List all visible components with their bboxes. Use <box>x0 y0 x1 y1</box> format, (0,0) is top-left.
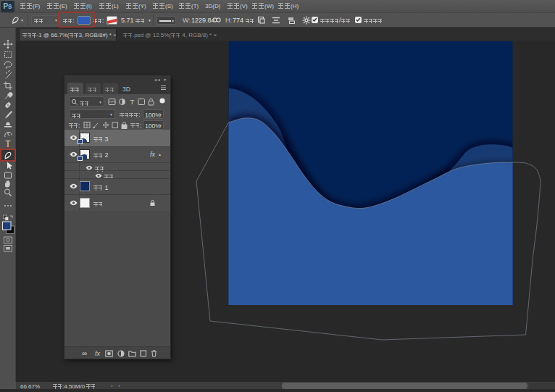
svg-text:T: T <box>130 98 135 106</box>
svg-text:T: T <box>5 139 11 149</box>
